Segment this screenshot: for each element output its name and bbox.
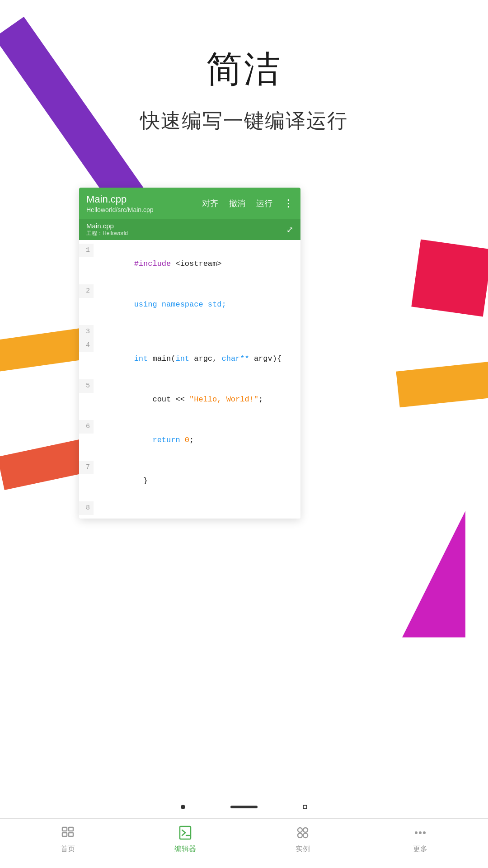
line-number-5: 5	[79, 379, 94, 393]
page-title: 简洁	[0, 45, 488, 94]
decoration-pink-right	[411, 240, 488, 317]
svg-point-8	[298, 833, 302, 838]
nav-label-more: 更多	[413, 844, 427, 854]
bottom-navigation: 首页 编辑器 实例	[0, 818, 488, 868]
svg-rect-3	[69, 833, 73, 836]
code-editor[interactable]: 1 #include <iostream> 2 using namespace …	[79, 240, 300, 519]
svg-point-6	[298, 828, 302, 832]
svg-rect-2	[62, 833, 67, 836]
editor-filepath: Helloworld/src/Main.cpp	[86, 206, 154, 213]
examples-icon	[294, 824, 312, 842]
code-line-4: 4 int main(int argc, char** argv){	[79, 339, 300, 379]
svg-point-9	[303, 833, 308, 838]
svg-point-12	[423, 831, 426, 834]
decoration-orange-left	[0, 328, 88, 373]
expand-icon[interactable]: ⤢	[286, 225, 293, 235]
line-number-1: 1	[79, 244, 94, 257]
nav-label-examples: 实例	[296, 844, 310, 854]
code-line-6: 6 return 0;	[79, 420, 300, 461]
code-line-8: 8	[79, 501, 300, 515]
system-navigation	[0, 796, 488, 818]
line-number-2: 2	[79, 284, 94, 298]
line-number-7: 7	[79, 461, 94, 474]
svg-point-11	[419, 831, 422, 834]
editor-file-info: Main.cpp Helloworld/src/Main.cpp	[86, 193, 154, 213]
line-number-4: 4	[79, 339, 94, 352]
line-number-8: 8	[79, 501, 94, 515]
system-recents-button[interactable]	[303, 805, 307, 809]
editor-panel: Main.cpp Helloworld/src/Main.cpp 对齐 撤消 运…	[79, 188, 300, 519]
editor-tab-project: 工程：Helloworld	[86, 230, 128, 237]
nav-item-examples[interactable]: 实例	[244, 824, 361, 854]
nav-label-home: 首页	[61, 844, 75, 854]
svg-rect-0	[62, 827, 67, 831]
code-line-3: 3	[79, 325, 300, 339]
system-back-button[interactable]	[181, 805, 185, 809]
editor-toolbar-actions: 对齐 撤消 运行 ⋮	[202, 198, 293, 209]
line-number-3: 3	[79, 325, 94, 339]
decoration-magenta-triangle	[402, 511, 465, 637]
code-line-7: 7 }	[79, 461, 300, 501]
editor-toolbar: Main.cpp Helloworld/src/Main.cpp 对齐 撤消 运…	[79, 188, 300, 219]
svg-rect-1	[69, 827, 73, 831]
more-icon	[411, 824, 429, 842]
decoration-red-bottom-left	[0, 439, 89, 490]
line-number-6: 6	[79, 420, 94, 434]
line-content-5: cout << "Hello, World!";	[94, 379, 300, 420]
undo-button[interactable]: 撤消	[229, 198, 245, 209]
home-icon	[59, 824, 77, 842]
editor-tab-bar: Main.cpp 工程：Helloworld ⤢	[79, 219, 300, 240]
line-content-6: return 0;	[94, 420, 300, 461]
nav-item-editor[interactable]: 编辑器	[127, 824, 244, 854]
run-button[interactable]: 运行	[256, 198, 272, 209]
line-content-1: #include <iostream>	[94, 244, 300, 284]
line-content-3	[94, 325, 300, 339]
editor-filename: Main.cpp	[86, 193, 154, 205]
svg-point-10	[415, 831, 418, 834]
line-content-8	[94, 501, 300, 515]
page-subtitle: 快速编写一键编译运行	[0, 108, 488, 134]
editor-icon	[176, 824, 194, 842]
code-line-5: 5 cout << "Hello, World!";	[79, 379, 300, 420]
line-content-2: using namespace std;	[94, 284, 300, 325]
nav-item-more[interactable]: 更多	[361, 824, 479, 854]
editor-tab-name[interactable]: Main.cpp	[86, 222, 128, 230]
decoration-orange-right	[396, 361, 488, 408]
svg-point-7	[303, 828, 308, 832]
line-content-7: }	[94, 461, 300, 501]
nav-label-editor: 编辑器	[174, 844, 196, 854]
system-home-button[interactable]	[230, 806, 258, 808]
line-content-4: int main(int argc, char** argv){	[94, 339, 300, 379]
code-line-2: 2 using namespace std;	[79, 284, 300, 325]
editor-tab-info: Main.cpp 工程：Helloworld	[86, 222, 128, 237]
nav-item-home[interactable]: 首页	[9, 824, 127, 854]
align-button[interactable]: 对齐	[202, 198, 218, 209]
code-line-1: 1 #include <iostream>	[79, 244, 300, 284]
more-button[interactable]: ⋮	[283, 198, 293, 209]
